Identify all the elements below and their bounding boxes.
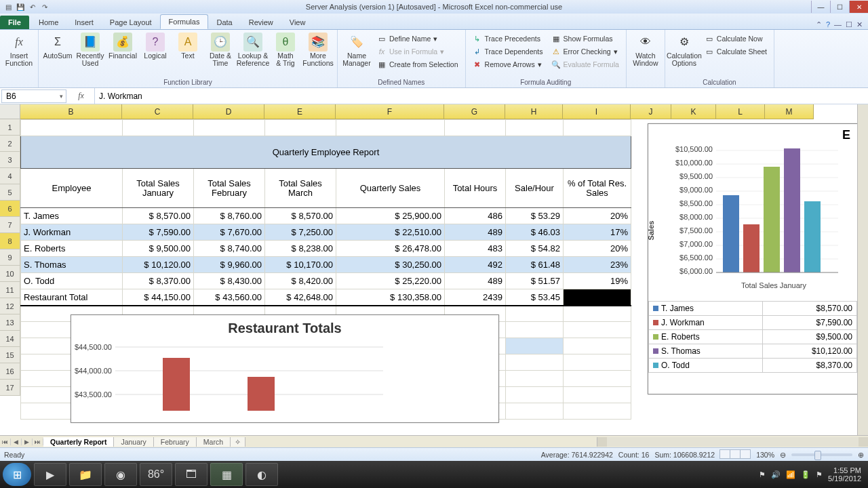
tray-battery-icon[interactable]: 🔋 (801, 470, 810, 479)
svg-text:$7,500.00: $7,500.00 (679, 226, 713, 235)
more-functions-button[interactable]: 📚More Functions (303, 31, 333, 78)
minimize-ribbon-icon[interactable]: ⌃ (816, 20, 822, 29)
tray-flag-icon[interactable]: ⚑ (759, 470, 766, 479)
taskbar-chrome[interactable]: ◉ (104, 463, 137, 486)
taskbar-app1[interactable]: 🗔 (175, 463, 208, 486)
sheet-tab-january[interactable]: January (114, 437, 153, 447)
window-close-icon[interactable]: ✕ (856, 20, 863, 29)
ribbon: fxInsert Function ΣAutoSum 📘Recently Use… (0, 30, 868, 88)
tab-view[interactable]: View (281, 16, 314, 29)
svg-text:$8,500.00: $8,500.00 (679, 199, 713, 207)
tray-volume-icon[interactable]: 🔊 (771, 470, 781, 479)
insert-function-button[interactable]: fxInsert Function (4, 31, 34, 85)
remove-arrows-button[interactable]: ✖Remove Arrows ▾ (470, 58, 546, 70)
formula-input[interactable]: J. Workman (95, 92, 868, 101)
window-min-icon[interactable]: — (834, 20, 842, 29)
windows-taskbar: ⊞ ▶ 📁 ◉ 86° 🗔 ▦ ◐ ⚑ 🔊 📶 🔋 ⚑ 1:55 PM 5/19… (0, 461, 868, 488)
sheet-nav[interactable]: ⏮◀▶⏭ (0, 439, 43, 445)
select-all-corner[interactable] (0, 104, 20, 119)
show-formulas-button[interactable]: ▦Show Formulas (549, 33, 622, 45)
zoom-in-icon[interactable]: ⊕ (858, 451, 864, 459)
zoom-level[interactable]: 130% (756, 451, 774, 459)
name-manager-button[interactable]: 🏷️Name Manager (342, 31, 372, 78)
chart-employee-sales[interactable]: E Sales $10,500.00$10,000.00$9,500.00$9,… (648, 123, 858, 394)
taskbar-excel[interactable]: ▦ (210, 463, 243, 486)
view-buttons[interactable] (720, 449, 751, 460)
trace-dependents-button[interactable]: ↲Trace Dependents (470, 45, 546, 58)
chart1-plot: $44,500.00 $44,000.00 $43,500.00 (71, 338, 492, 412)
svg-text:$6,500.00: $6,500.00 (679, 253, 713, 262)
row-headers[interactable]: 1234567891011121314151617 (0, 119, 20, 396)
name-box[interactable]: B6 (1, 89, 66, 103)
lookup-button[interactable]: 🔍Lookup & Reference (238, 31, 268, 78)
sheet-tabs: ⏮◀▶⏭ Quarterly Report January February M… (0, 435, 868, 447)
excel-icon: ▤ (3, 1, 14, 12)
vertical-scrollbar[interactable] (857, 104, 868, 435)
taskbar-media-player[interactable]: ▶ (34, 463, 66, 486)
tab-data[interactable]: Data (208, 16, 240, 29)
tab-home[interactable]: Home (31, 16, 66, 29)
text-button[interactable]: AText (173, 31, 203, 78)
taskbar-explorer[interactable]: 📁 (69, 463, 102, 486)
autosum-button[interactable]: ΣAutoSum (43, 31, 73, 78)
maximize-button[interactable]: ☐ (830, 1, 849, 13)
window-title: Server Analysis (version 1) [Autosaved] … (306, 3, 562, 11)
start-button[interactable]: ⊞ (3, 463, 31, 486)
watch-window-button[interactable]: 👁Watch Window (631, 31, 660, 85)
create-from-selection-button[interactable]: ▦Create from Selection (374, 58, 461, 70)
trace-precedents-button[interactable]: ↳Trace Precedents (470, 33, 546, 45)
taskbar-clock[interactable]: 1:55 PM 5/19/2012 (828, 466, 861, 483)
tab-insert[interactable]: Insert (66, 16, 102, 29)
zoom-slider[interactable] (791, 453, 852, 456)
group-defined-names: Defined Names (342, 78, 461, 87)
redo-icon[interactable]: ↷ (39, 1, 50, 12)
svg-rect-31 (764, 167, 780, 272)
tab-formulas[interactable]: Formulas (160, 14, 209, 29)
sheet-tab-quarterly[interactable]: Quarterly Report (43, 437, 114, 447)
tray-action-icon[interactable]: ⚑ (816, 470, 823, 479)
taskbar-weather[interactable]: 86° (140, 463, 172, 486)
undo-icon[interactable]: ↶ (27, 1, 38, 12)
worksheet-grid[interactable]: BCDEFGHIJKLM 1234567891011121314151617 Q… (0, 104, 868, 435)
logical-button[interactable]: ?Logical (140, 31, 170, 78)
svg-text:$6,000.00: $6,000.00 (679, 267, 713, 275)
use-in-formula-button[interactable]: fxUse in Formula ▾ (374, 45, 461, 58)
recently-used-button[interactable]: 📘Recently Used (75, 31, 105, 78)
taskbar-app2[interactable]: ◐ (245, 463, 278, 486)
new-sheet-button[interactable]: ✧ (231, 437, 245, 447)
define-name-button[interactable]: ▭Define Name ▾ (374, 33, 461, 45)
tray-network-icon[interactable]: 📶 (786, 470, 795, 479)
math-trig-button[interactable]: θMath & Trig (271, 31, 300, 78)
financial-button[interactable]: 💰Financial (108, 31, 138, 78)
calc-options-button[interactable]: ⚙Calculation Options (669, 31, 699, 78)
sheet-tab-march[interactable]: March (197, 437, 231, 447)
chart-restaurant-totals[interactable]: Restaurant Totals $44,500.00 $44,000.00 … (71, 314, 499, 423)
tab-review[interactable]: Review (241, 16, 281, 29)
group-calculation: Calculation (669, 78, 770, 87)
calculate-now-button[interactable]: ▭Calculate Now (702, 33, 770, 45)
calculate-sheet-button[interactable]: ▭Calculate Sheet (702, 45, 770, 58)
system-tray[interactable]: ⚑ 🔊 📶 🔋 ⚑ 1:55 PM 5/19/2012 (759, 466, 865, 483)
svg-rect-30 (743, 224, 760, 272)
close-button[interactable]: ✕ (849, 1, 868, 13)
date-time-button[interactable]: 🕒Date & Time (205, 31, 235, 78)
sheet-tab-february[interactable]: February (154, 437, 197, 447)
horizontal-scrollbar[interactable] (597, 437, 868, 447)
svg-text:$44,500.00: $44,500.00 (75, 343, 112, 351)
column-headers[interactable]: BCDEFGHIJKLM (20, 104, 814, 119)
svg-text:$7,000.00: $7,000.00 (679, 240, 713, 248)
file-tab[interactable]: File (0, 16, 29, 29)
window-restore-icon[interactable]: ☐ (846, 20, 852, 29)
svg-rect-32 (784, 148, 800, 272)
zoom-out-icon[interactable]: ⊖ (780, 451, 786, 459)
fx-icon[interactable]: fx (68, 88, 95, 104)
status-bar: Ready Average: 7614.922942 Count: 16 Sum… (0, 447, 868, 461)
help-icon[interactable]: ? (826, 20, 830, 29)
svg-rect-33 (804, 201, 821, 272)
minimize-button[interactable]: — (811, 1, 830, 13)
tab-page-layout[interactable]: Page Layout (102, 16, 160, 29)
error-checking-button[interactable]: ⚠Error Checking ▾ (549, 45, 622, 58)
save-icon[interactable]: 💾 (15, 1, 26, 12)
evaluate-formula-button[interactable]: 🔍Evaluate Formula (549, 58, 622, 70)
svg-text:$43,500.00: $43,500.00 (75, 390, 112, 399)
